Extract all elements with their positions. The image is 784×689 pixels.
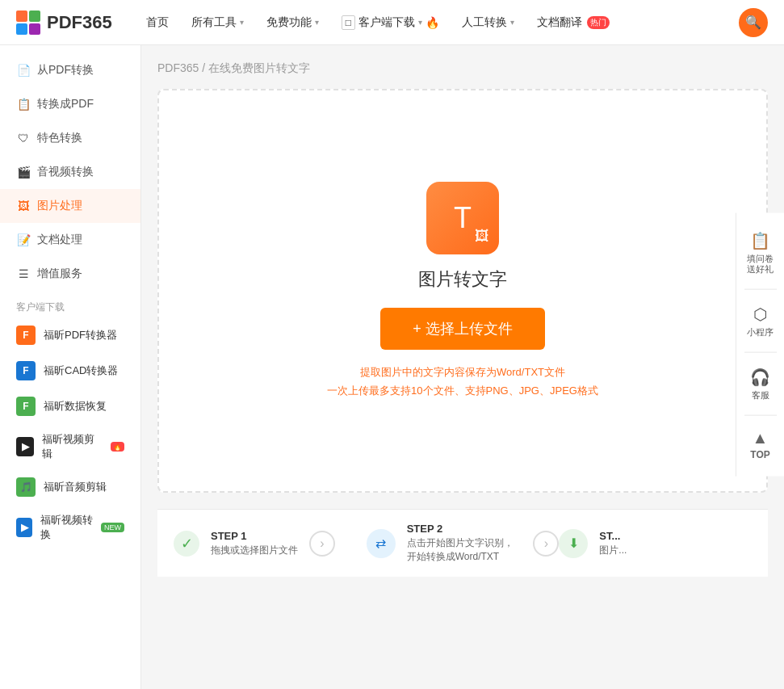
client-audio-edit-logo: 🎵 bbox=[16, 477, 36, 497]
step-3-icon: ⬇ bbox=[559, 529, 588, 558]
step-1-text: STEP 1 拖拽或选择图片文件 bbox=[211, 530, 298, 557]
header: PDF365 首页 所有工具 ▾ 免费功能 ▾ □ 客户端下载 ▾ 🔥 人工转换… bbox=[0, 0, 784, 45]
image-icon: 🖼 bbox=[16, 199, 31, 213]
client-recovery[interactable]: F 福昕数据恢复 bbox=[0, 389, 140, 424]
sidebar-item-to-pdf[interactable]: 📋 转换成PDF bbox=[0, 87, 140, 121]
nav-free-features[interactable]: 免费功能 ▾ bbox=[257, 11, 329, 35]
client-cad[interactable]: F 福昕CAD转换器 bbox=[0, 353, 140, 389]
client-audio-edit[interactable]: 🎵 福昕音频剪辑 bbox=[0, 469, 140, 505]
step-1-check: ✓ bbox=[174, 531, 199, 557]
top-button[interactable]: ▲ TOP bbox=[736, 422, 784, 467]
upload-icon-wrap: T 🖼 bbox=[426, 182, 499, 254]
client-video-convert-logo: ▶ bbox=[16, 518, 32, 537]
client-recovery-logo: F bbox=[16, 397, 36, 416]
step-2-icon: ⇄ bbox=[367, 529, 396, 558]
panel-divider-2 bbox=[744, 352, 777, 353]
hot-badge: 热门 bbox=[587, 16, 610, 29]
sidebar-item-doc[interactable]: 📝 文档处理 bbox=[0, 223, 140, 257]
client-pdf-logo: F bbox=[16, 326, 36, 345]
nav-client-download-arrow: ▾ bbox=[418, 18, 422, 27]
client-video-edit-logo: ▶ bbox=[16, 437, 34, 456]
sidebar-item-image[interactable]: 🖼 图片处理 bbox=[0, 189, 140, 223]
questionnaire-icon: 📋 bbox=[750, 230, 770, 250]
questionnaire-button[interactable]: 📋 填问卷送好礼 bbox=[736, 222, 784, 282]
layout: 📄 从PDF转换 📋 转换成PDF 🛡 特色转换 🎬 音视频转换 🖼 图片处理 … bbox=[0, 45, 784, 689]
right-panel: 📋 填问卷送好礼 ⬡ 小程序 🎧 客服 ▲ TOP bbox=[736, 212, 784, 477]
customer-service-icon: 🎧 bbox=[750, 368, 770, 387]
steps-bar: ✓ STEP 1 拖拽或选择图片文件 › ⇄ STEP 2 点击开始图片文字识别… bbox=[157, 509, 768, 577]
nav-all-tools[interactable]: 所有工具 ▾ bbox=[182, 11, 254, 35]
nav-free-features-arrow: ▾ bbox=[315, 18, 319, 27]
step-2: ⇄ STEP 2 点击开始图片文字识别，开始转换成Word/TXT › bbox=[367, 523, 560, 564]
top-arrow-icon: ▲ bbox=[753, 429, 769, 447]
miniprogram-button[interactable]: ⬡ 小程序 bbox=[736, 296, 784, 346]
step-2-arrow: › bbox=[533, 531, 559, 557]
sidebar-item-vip[interactable]: ☰ 增值服务 bbox=[0, 257, 140, 291]
client-cad-logo: F bbox=[16, 361, 36, 380]
sidebar-item-from-pdf[interactable]: 📄 从PDF转换 bbox=[0, 53, 140, 87]
upload-title: 图片转文字 bbox=[418, 267, 507, 292]
breadcrumb: PDF365 / 在线免费图片转文字 bbox=[157, 61, 768, 76]
hot-client-badge: 🔥 bbox=[111, 442, 124, 452]
client-video-edit[interactable]: ▶ 福昕视频剪辑 🔥 bbox=[0, 424, 140, 469]
panel-divider-3 bbox=[744, 415, 777, 416]
nav-home[interactable]: 首页 bbox=[136, 11, 178, 35]
step-1: ✓ STEP 1 拖拽或选择图片文件 › bbox=[174, 530, 367, 557]
image-to-text-icon: T bbox=[454, 201, 472, 235]
upload-button[interactable]: + 选择上传文件 bbox=[380, 308, 545, 350]
nav-human-convert[interactable]: 人工转换 ▾ bbox=[452, 11, 524, 35]
client-pdf[interactable]: F 福昕PDF转换器 bbox=[0, 317, 140, 353]
main-nav: 首页 所有工具 ▾ 免费功能 ▾ □ 客户端下载 ▾ 🔥 人工转换 ▾ 文档翻译… bbox=[136, 11, 739, 35]
sidebar-item-av[interactable]: 🎬 音视频转换 bbox=[0, 155, 140, 189]
from-pdf-icon: 📄 bbox=[16, 63, 31, 78]
vip-icon: ☰ bbox=[16, 267, 31, 281]
new-badge: NEW bbox=[101, 523, 124, 532]
step-3: ⬇ ST... 图片... bbox=[559, 529, 752, 558]
search-button[interactable]: 🔍 bbox=[739, 8, 768, 37]
to-pdf-icon: 📋 bbox=[16, 97, 31, 111]
nav-doc-translate[interactable]: 文档翻译 热门 bbox=[527, 11, 619, 35]
step-2-text: STEP 2 点击开始图片文字识别，开始转换成Word/TXT bbox=[407, 523, 522, 564]
special-icon: 🛡 bbox=[16, 131, 31, 145]
client-video-convert[interactable]: ▶ 福昕视频转换 NEW bbox=[0, 505, 140, 550]
logo[interactable]: PDF365 bbox=[16, 11, 112, 35]
image-sub-icon: 🖼 bbox=[475, 228, 489, 245]
upload-hint: 提取图片中的文字内容保存为Word/TXT文件 一次上传最多支持10个文件、支持… bbox=[327, 363, 598, 401]
nav-client-download[interactable]: □ 客户端下载 ▾ 🔥 bbox=[332, 11, 449, 35]
av-icon: 🎬 bbox=[16, 165, 31, 179]
fire-icon: 🔥 bbox=[426, 16, 439, 29]
client-section-label: 客户端下载 bbox=[0, 291, 140, 317]
nav-human-convert-arrow: ▾ bbox=[510, 18, 514, 27]
sidebar: 📄 从PDF转换 📋 转换成PDF 🛡 特色转换 🎬 音视频转换 🖼 图片处理 … bbox=[0, 45, 141, 689]
customer-service-button[interactable]: 🎧 客服 bbox=[736, 359, 784, 409]
doc-icon: 📝 bbox=[16, 233, 31, 247]
logo-text: PDF365 bbox=[47, 12, 112, 33]
step-3-text: ST... 图片... bbox=[599, 530, 627, 557]
panel-divider-1 bbox=[744, 289, 777, 290]
nav-all-tools-arrow: ▾ bbox=[240, 18, 244, 27]
sidebar-item-special[interactable]: 🛡 特色转换 bbox=[0, 121, 140, 155]
miniprogram-icon: ⬡ bbox=[753, 305, 767, 324]
upload-area[interactable]: T 🖼 图片转文字 + 选择上传文件 提取图片中的文字内容保存为Word/TXT… bbox=[157, 89, 768, 493]
logo-icon bbox=[16, 11, 40, 35]
search-icon: 🔍 bbox=[745, 15, 761, 30]
main-content: PDF365 / 在线免费图片转文字 T 🖼 图片转文字 + 选择上传文件 提取… bbox=[141, 45, 784, 689]
step-1-arrow: › bbox=[309, 531, 335, 557]
